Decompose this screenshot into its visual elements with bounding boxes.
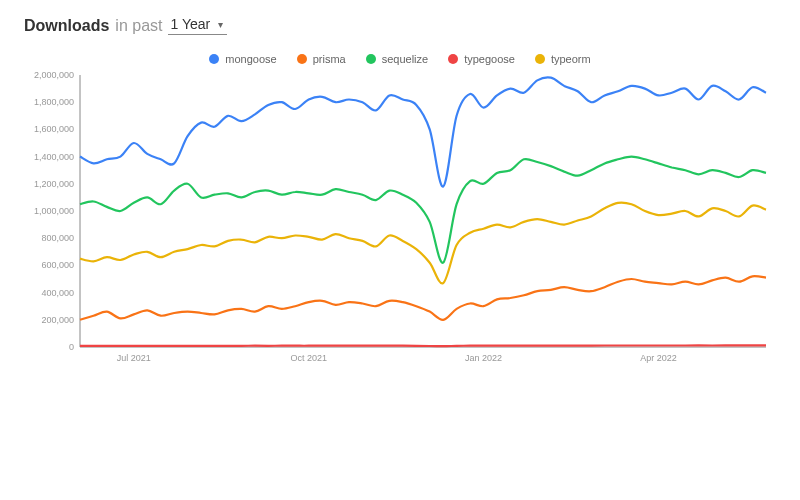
series-sequelize [80, 157, 766, 263]
y-tick: 1,200,000 [34, 179, 74, 189]
y-tick: 2,000,000 [34, 70, 74, 80]
svg-text:1,000,000: 1,000,000 [34, 206, 74, 216]
y-tick: 1,600,000 [34, 124, 74, 134]
legend-swatch-icon [366, 54, 376, 64]
legend-item-typeorm[interactable]: typeorm [535, 53, 591, 65]
series-typeorm [80, 203, 766, 284]
legend-swatch-icon [448, 54, 458, 64]
legend-item-typegoose[interactable]: typegoose [448, 53, 515, 65]
svg-text:1,800,000: 1,800,000 [34, 97, 74, 107]
y-tick: 1,400,000 [34, 152, 74, 162]
svg-text:Oct 2021: Oct 2021 [290, 353, 327, 363]
y-tick: 1,000,000 [34, 206, 74, 216]
svg-text:0: 0 [69, 342, 74, 352]
range-value: 1 Year [170, 16, 210, 32]
y-tick: 400,000 [41, 288, 74, 298]
svg-text:400,000: 400,000 [41, 288, 74, 298]
svg-text:200,000: 200,000 [41, 315, 74, 325]
range-select[interactable]: 1 Year ▾ [168, 16, 227, 35]
line-chart: 0200,000400,000600,000800,0001,000,0001,… [24, 69, 776, 369]
x-tick: Jan 2022 [465, 353, 502, 363]
svg-text:800,000: 800,000 [41, 233, 74, 243]
y-tick: 800,000 [41, 233, 74, 243]
title-downloads: Downloads [24, 17, 109, 35]
x-tick: Oct 2021 [290, 353, 327, 363]
legend-label: mongoose [225, 53, 276, 65]
y-tick: 600,000 [41, 260, 74, 270]
x-tick: Apr 2022 [640, 353, 677, 363]
x-tick: Jul 2021 [117, 353, 151, 363]
legend-swatch-icon [297, 54, 307, 64]
svg-text:1,400,000: 1,400,000 [34, 152, 74, 162]
legend-item-mongoose[interactable]: mongoose [209, 53, 276, 65]
legend-item-prisma[interactable]: prisma [297, 53, 346, 65]
svg-text:2,000,000: 2,000,000 [34, 70, 74, 80]
chart-svg: 0200,000400,000600,000800,0001,000,0001,… [24, 69, 776, 369]
legend: mongooseprismasequelizetypegoosetypeorm [24, 53, 776, 65]
svg-text:Apr 2022: Apr 2022 [640, 353, 677, 363]
legend-label: sequelize [382, 53, 428, 65]
y-tick: 1,800,000 [34, 97, 74, 107]
series-mongoose [80, 77, 766, 186]
chevron-down-icon: ▾ [218, 19, 223, 30]
header: Downloads in past 1 Year ▾ [24, 16, 776, 35]
series-prisma [80, 276, 766, 320]
legend-label: typeorm [551, 53, 591, 65]
svg-text:Jul 2021: Jul 2021 [117, 353, 151, 363]
svg-text:1,200,000: 1,200,000 [34, 179, 74, 189]
legend-swatch-icon [209, 54, 219, 64]
y-tick: 0 [69, 342, 74, 352]
svg-text:Jan 2022: Jan 2022 [465, 353, 502, 363]
legend-label: typegoose [464, 53, 515, 65]
title-sub: in past [115, 17, 162, 35]
svg-text:600,000: 600,000 [41, 260, 74, 270]
svg-text:1,600,000: 1,600,000 [34, 124, 74, 134]
legend-swatch-icon [535, 54, 545, 64]
legend-item-sequelize[interactable]: sequelize [366, 53, 428, 65]
series-typegoose [80, 345, 766, 346]
legend-label: prisma [313, 53, 346, 65]
y-tick: 200,000 [41, 315, 74, 325]
